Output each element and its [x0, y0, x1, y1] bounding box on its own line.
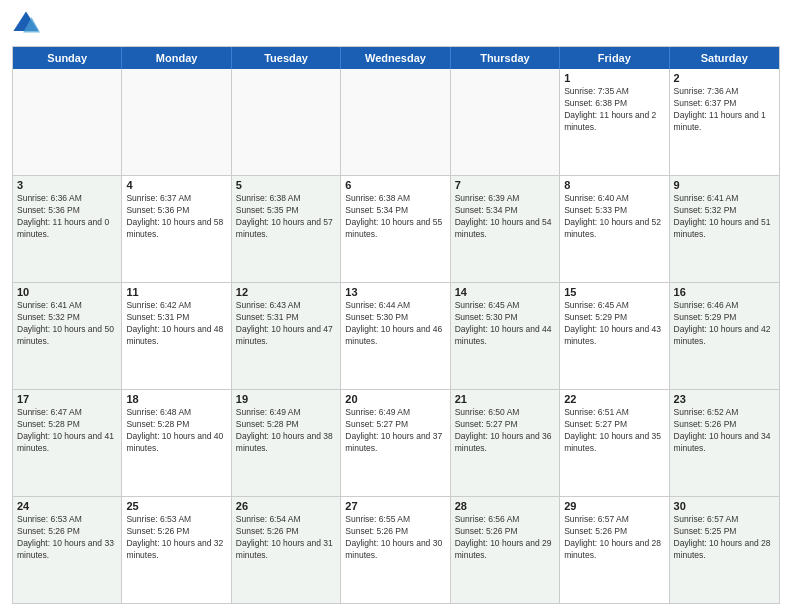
day-info: Sunrise: 6:40 AMSunset: 5:33 PMDaylight:…: [564, 193, 664, 241]
calendar-day-19: 19Sunrise: 6:49 AMSunset: 5:28 PMDayligh…: [232, 390, 341, 496]
calendar-day-10: 10Sunrise: 6:41 AMSunset: 5:32 PMDayligh…: [13, 283, 122, 389]
day-info: Sunrise: 6:48 AMSunset: 5:28 PMDaylight:…: [126, 407, 226, 455]
day-info: Sunrise: 6:43 AMSunset: 5:31 PMDaylight:…: [236, 300, 336, 348]
day-info: Sunrise: 6:57 AMSunset: 5:25 PMDaylight:…: [674, 514, 775, 562]
day-number: 28: [455, 500, 555, 512]
day-number: 6: [345, 179, 445, 191]
day-info: Sunrise: 6:57 AMSunset: 5:26 PMDaylight:…: [564, 514, 664, 562]
page-header: [12, 10, 780, 38]
day-info: Sunrise: 6:50 AMSunset: 5:27 PMDaylight:…: [455, 407, 555, 455]
calendar-day-18: 18Sunrise: 6:48 AMSunset: 5:28 PMDayligh…: [122, 390, 231, 496]
day-number: 20: [345, 393, 445, 405]
day-number: 17: [17, 393, 117, 405]
day-number: 1: [564, 72, 664, 84]
day-info: Sunrise: 6:45 AMSunset: 5:29 PMDaylight:…: [564, 300, 664, 348]
day-number: 10: [17, 286, 117, 298]
logo-icon: [12, 10, 40, 38]
day-info: Sunrise: 6:53 AMSunset: 5:26 PMDaylight:…: [126, 514, 226, 562]
header-day-monday: Monday: [122, 47, 231, 69]
calendar-day-empty-4: [451, 69, 560, 175]
day-number: 11: [126, 286, 226, 298]
day-number: 15: [564, 286, 664, 298]
calendar-day-11: 11Sunrise: 6:42 AMSunset: 5:31 PMDayligh…: [122, 283, 231, 389]
header-day-thursday: Thursday: [451, 47, 560, 69]
day-number: 22: [564, 393, 664, 405]
calendar-day-30: 30Sunrise: 6:57 AMSunset: 5:25 PMDayligh…: [670, 497, 779, 603]
calendar-day-15: 15Sunrise: 6:45 AMSunset: 5:29 PMDayligh…: [560, 283, 669, 389]
calendar-day-21: 21Sunrise: 6:50 AMSunset: 5:27 PMDayligh…: [451, 390, 560, 496]
day-number: 30: [674, 500, 775, 512]
calendar-week-5: 24Sunrise: 6:53 AMSunset: 5:26 PMDayligh…: [13, 497, 779, 603]
calendar-day-empty-1: [122, 69, 231, 175]
calendar-week-1: 1Sunrise: 7:35 AMSunset: 6:38 PMDaylight…: [13, 69, 779, 176]
day-number: 19: [236, 393, 336, 405]
day-info: Sunrise: 6:41 AMSunset: 5:32 PMDaylight:…: [17, 300, 117, 348]
calendar-day-4: 4Sunrise: 6:37 AMSunset: 5:36 PMDaylight…: [122, 176, 231, 282]
header-day-friday: Friday: [560, 47, 669, 69]
calendar-day-14: 14Sunrise: 6:45 AMSunset: 5:30 PMDayligh…: [451, 283, 560, 389]
day-number: 13: [345, 286, 445, 298]
day-info: Sunrise: 6:38 AMSunset: 5:34 PMDaylight:…: [345, 193, 445, 241]
day-info: Sunrise: 6:36 AMSunset: 5:36 PMDaylight:…: [17, 193, 117, 241]
day-info: Sunrise: 7:35 AMSunset: 6:38 PMDaylight:…: [564, 86, 664, 134]
day-info: Sunrise: 6:56 AMSunset: 5:26 PMDaylight:…: [455, 514, 555, 562]
calendar-day-16: 16Sunrise: 6:46 AMSunset: 5:29 PMDayligh…: [670, 283, 779, 389]
day-info: Sunrise: 6:45 AMSunset: 5:30 PMDaylight:…: [455, 300, 555, 348]
calendar-day-empty-3: [341, 69, 450, 175]
logo: [12, 10, 46, 38]
header-day-wednesday: Wednesday: [341, 47, 450, 69]
calendar-day-empty-2: [232, 69, 341, 175]
calendar-day-22: 22Sunrise: 6:51 AMSunset: 5:27 PMDayligh…: [560, 390, 669, 496]
calendar: SundayMondayTuesdayWednesdayThursdayFrid…: [12, 46, 780, 604]
calendar-day-5: 5Sunrise: 6:38 AMSunset: 5:35 PMDaylight…: [232, 176, 341, 282]
day-info: Sunrise: 6:47 AMSunset: 5:28 PMDaylight:…: [17, 407, 117, 455]
day-info: Sunrise: 6:49 AMSunset: 5:27 PMDaylight:…: [345, 407, 445, 455]
day-number: 24: [17, 500, 117, 512]
calendar-day-6: 6Sunrise: 6:38 AMSunset: 5:34 PMDaylight…: [341, 176, 450, 282]
calendar-day-17: 17Sunrise: 6:47 AMSunset: 5:28 PMDayligh…: [13, 390, 122, 496]
day-info: Sunrise: 6:42 AMSunset: 5:31 PMDaylight:…: [126, 300, 226, 348]
day-info: Sunrise: 6:54 AMSunset: 5:26 PMDaylight:…: [236, 514, 336, 562]
calendar-day-26: 26Sunrise: 6:54 AMSunset: 5:26 PMDayligh…: [232, 497, 341, 603]
day-number: 26: [236, 500, 336, 512]
calendar-header: SundayMondayTuesdayWednesdayThursdayFrid…: [13, 47, 779, 69]
header-day-saturday: Saturday: [670, 47, 779, 69]
day-number: 29: [564, 500, 664, 512]
day-number: 3: [17, 179, 117, 191]
day-number: 8: [564, 179, 664, 191]
day-info: Sunrise: 6:39 AMSunset: 5:34 PMDaylight:…: [455, 193, 555, 241]
day-number: 18: [126, 393, 226, 405]
day-info: Sunrise: 6:53 AMSunset: 5:26 PMDaylight:…: [17, 514, 117, 562]
day-info: Sunrise: 6:44 AMSunset: 5:30 PMDaylight:…: [345, 300, 445, 348]
day-number: 27: [345, 500, 445, 512]
day-info: Sunrise: 6:37 AMSunset: 5:36 PMDaylight:…: [126, 193, 226, 241]
day-number: 23: [674, 393, 775, 405]
calendar-day-8: 8Sunrise: 6:40 AMSunset: 5:33 PMDaylight…: [560, 176, 669, 282]
calendar-week-2: 3Sunrise: 6:36 AMSunset: 5:36 PMDaylight…: [13, 176, 779, 283]
calendar-day-29: 29Sunrise: 6:57 AMSunset: 5:26 PMDayligh…: [560, 497, 669, 603]
day-number: 21: [455, 393, 555, 405]
calendar-day-9: 9Sunrise: 6:41 AMSunset: 5:32 PMDaylight…: [670, 176, 779, 282]
day-info: Sunrise: 6:52 AMSunset: 5:26 PMDaylight:…: [674, 407, 775, 455]
day-number: 4: [126, 179, 226, 191]
calendar-day-13: 13Sunrise: 6:44 AMSunset: 5:30 PMDayligh…: [341, 283, 450, 389]
calendar-day-25: 25Sunrise: 6:53 AMSunset: 5:26 PMDayligh…: [122, 497, 231, 603]
day-number: 16: [674, 286, 775, 298]
calendar-day-12: 12Sunrise: 6:43 AMSunset: 5:31 PMDayligh…: [232, 283, 341, 389]
day-number: 2: [674, 72, 775, 84]
header-day-sunday: Sunday: [13, 47, 122, 69]
day-number: 7: [455, 179, 555, 191]
calendar-day-23: 23Sunrise: 6:52 AMSunset: 5:26 PMDayligh…: [670, 390, 779, 496]
calendar-day-28: 28Sunrise: 6:56 AMSunset: 5:26 PMDayligh…: [451, 497, 560, 603]
day-info: Sunrise: 6:41 AMSunset: 5:32 PMDaylight:…: [674, 193, 775, 241]
day-number: 5: [236, 179, 336, 191]
calendar-day-7: 7Sunrise: 6:39 AMSunset: 5:34 PMDaylight…: [451, 176, 560, 282]
calendar-day-20: 20Sunrise: 6:49 AMSunset: 5:27 PMDayligh…: [341, 390, 450, 496]
day-info: Sunrise: 7:36 AMSunset: 6:37 PMDaylight:…: [674, 86, 775, 134]
calendar-day-3: 3Sunrise: 6:36 AMSunset: 5:36 PMDaylight…: [13, 176, 122, 282]
header-day-tuesday: Tuesday: [232, 47, 341, 69]
calendar-day-2: 2Sunrise: 7:36 AMSunset: 6:37 PMDaylight…: [670, 69, 779, 175]
calendar-week-4: 17Sunrise: 6:47 AMSunset: 5:28 PMDayligh…: [13, 390, 779, 497]
day-number: 14: [455, 286, 555, 298]
day-info: Sunrise: 6:38 AMSunset: 5:35 PMDaylight:…: [236, 193, 336, 241]
